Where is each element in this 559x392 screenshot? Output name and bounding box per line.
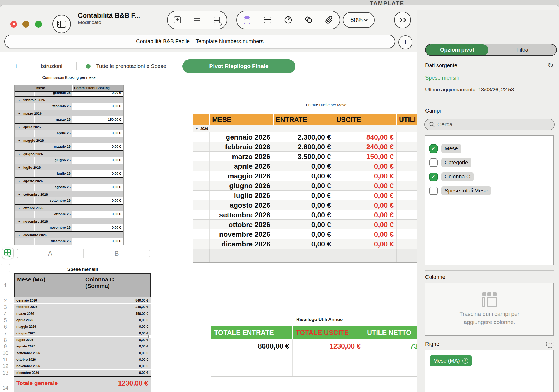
cell-valore[interactable]: 840,00 €: [83, 297, 151, 303]
cell-entrate[interactable]: 0,00 €: [273, 229, 334, 239]
cell-valore[interactable]: 0,00 €: [83, 356, 151, 363]
cell-blank[interactable]: [193, 200, 209, 210]
cell-blank[interactable]: [193, 132, 209, 142]
cell-utili[interactable]: [396, 191, 417, 200]
cell-blank[interactable]: [193, 181, 209, 190]
cell-uscite[interactable]: 840,00 €: [334, 132, 396, 142]
cell-utili[interactable]: [396, 132, 417, 142]
cell-mese[interactable]: settembre 2026: [209, 210, 273, 219]
pivot-table-icon[interactable]: [213, 16, 221, 24]
cell-mese[interactable]: agosto 2026: [14, 343, 83, 349]
cell-value[interactable]: 150,00 €: [72, 116, 123, 123]
add-sheet-button[interactable]: +: [14, 62, 18, 70]
cell-entrate[interactable]: 0,00 €: [273, 171, 334, 181]
cell-label[interactable]: settembre 26: [35, 197, 72, 204]
cell-mese[interactable]: dicembre 2026: [209, 239, 273, 249]
group-row[interactable]: ▼febbraio 2026: [15, 96, 123, 103]
header-cell-uscite[interactable]: USCITE: [334, 114, 396, 125]
new-tab-button[interactable]: +: [398, 35, 412, 49]
cell-label[interactable]: agosto 26: [35, 184, 72, 191]
cell-label[interactable]: luglio 26: [35, 170, 72, 177]
cell-utili[interactable]: [396, 142, 417, 151]
document-tab[interactable]: Contabilità B&B Facile – Template Number…: [4, 35, 395, 48]
cell-label[interactable]: ottobre 26: [35, 211, 72, 218]
cell-uscite[interactable]: 240,00 €: [334, 142, 396, 151]
collapse-triangle-icon[interactable]: ▼: [18, 207, 21, 210]
header-totale-uscite[interactable]: TOTALE USCITE: [292, 326, 364, 339]
group-row[interactable]: ▼maggio 2026: [15, 137, 123, 143]
cell-mese[interactable]: luglio 2026: [14, 337, 83, 343]
collapse-triangle-icon[interactable]: ▼: [18, 139, 21, 142]
group-row[interactable]: ▼dicembre 2026: [15, 231, 123, 238]
cell-utili[interactable]: [396, 152, 417, 161]
cell-entrate[interactable]: 0,00 €: [273, 239, 334, 249]
collapse-triangle-icon[interactable]: ▼: [18, 126, 21, 129]
cell-entrate[interactable]: 3.500,00 €: [273, 152, 334, 161]
rows-options-button[interactable]: ···: [546, 340, 554, 348]
table-icon[interactable]: [264, 16, 272, 24]
row-number[interactable]: 11: [0, 356, 11, 363]
group-row[interactable]: ▼ottobre 2026: [15, 204, 123, 211]
cell-value[interactable]: 0,00 €: [72, 130, 123, 137]
refresh-icon[interactable]: ↻: [548, 61, 554, 70]
cell-utili[interactable]: [396, 220, 417, 229]
group-row[interactable]: ▼luglio 2026: [15, 164, 123, 170]
cell-label[interactable]: gennaio 26: [35, 92, 72, 96]
cell-utili[interactable]: [396, 161, 417, 171]
list-outline-icon[interactable]: [193, 16, 201, 24]
cell-blank[interactable]: [15, 238, 35, 245]
minimize-button[interactable]: [22, 21, 29, 28]
cell-mese[interactable]: giugno 2026: [209, 181, 273, 190]
cell-uscite[interactable]: 0,00 €: [334, 161, 396, 171]
cell-utili[interactable]: [396, 210, 417, 219]
field-label[interactable]: Mese: [441, 144, 461, 153]
cell-blank[interactable]: [193, 210, 209, 219]
cell-label[interactable]: aprile 26: [35, 130, 72, 137]
cell-uscite[interactable]: 0,00 €: [334, 210, 396, 219]
cell-blank[interactable]: [15, 184, 35, 191]
rows-field-pill[interactable]: Mese (MA) i: [430, 355, 472, 366]
field-search-input[interactable]: Cerca: [424, 119, 555, 130]
cell-blank[interactable]: [15, 211, 35, 218]
cell-mese[interactable]: luglio 2026: [209, 191, 273, 200]
value-totale-entrate[interactable]: 8600,00 €: [211, 339, 292, 354]
table-range-button[interactable]: [2, 248, 14, 259]
cell-mese[interactable]: ottobre 2026: [14, 356, 83, 363]
cell-blank[interactable]: [193, 220, 209, 229]
cell-blank[interactable]: [15, 157, 35, 164]
group-row[interactable]: ▼giugno 2026: [15, 150, 123, 157]
field-label[interactable]: Spese totali Mese: [441, 186, 491, 195]
source-table-link[interactable]: Spese mensili: [425, 75, 459, 81]
insert-cell-icon[interactable]: +: [173, 16, 181, 24]
cell-blank[interactable]: [193, 229, 209, 239]
cell-mese[interactable]: febbraio 2026: [14, 304, 83, 310]
cell-blank[interactable]: [15, 116, 35, 123]
cell-value[interactable]: 0,00 €: [72, 197, 123, 204]
field-item-mese[interactable]: ✓Mese: [429, 143, 461, 154]
cell-blank[interactable]: [193, 161, 209, 171]
cell-utili[interactable]: [396, 171, 417, 181]
field-label[interactable]: Categorie: [441, 158, 471, 167]
header-cell-commissioni[interactable]: Commissioni Booking: [72, 85, 123, 91]
row-number[interactable]: 6: [0, 323, 11, 330]
row-number[interactable]: 2: [0, 297, 11, 304]
cell-blank[interactable]: [15, 170, 35, 177]
sheet-tab-prenotazioni[interactable]: Tutte le prenotazioni e Spese: [96, 63, 166, 69]
cell-value[interactable]: 0,00 €: [72, 211, 123, 218]
collapse-triangle-icon[interactable]: ▼: [18, 193, 21, 196]
cell-entrate[interactable]: 2.300,00 €: [273, 132, 334, 142]
shapes-icon[interactable]: [305, 16, 313, 24]
selection-handle[interactable]: [148, 335, 152, 338]
sheet-tab-istruzioni[interactable]: Istruzioni: [41, 63, 62, 69]
info-icon[interactable]: i: [462, 358, 468, 364]
row-header-corner[interactable]: [1, 264, 10, 272]
cell-mese[interactable]: febbraio 2026: [209, 142, 273, 151]
cell-valore[interactable]: 0,00 €: [83, 330, 151, 336]
group-row[interactable]: ▼aprile 2026: [15, 123, 123, 130]
header-totale-entrate[interactable]: TOTALE ENTRATE: [211, 326, 292, 339]
header-cell-blank[interactable]: [193, 114, 209, 125]
zoom-control[interactable]: 60%: [343, 12, 375, 28]
cell-blank[interactable]: [15, 143, 35, 150]
collapse-triangle-icon[interactable]: ▼: [18, 112, 21, 115]
cell-mese[interactable]: agosto 2026: [209, 200, 273, 210]
